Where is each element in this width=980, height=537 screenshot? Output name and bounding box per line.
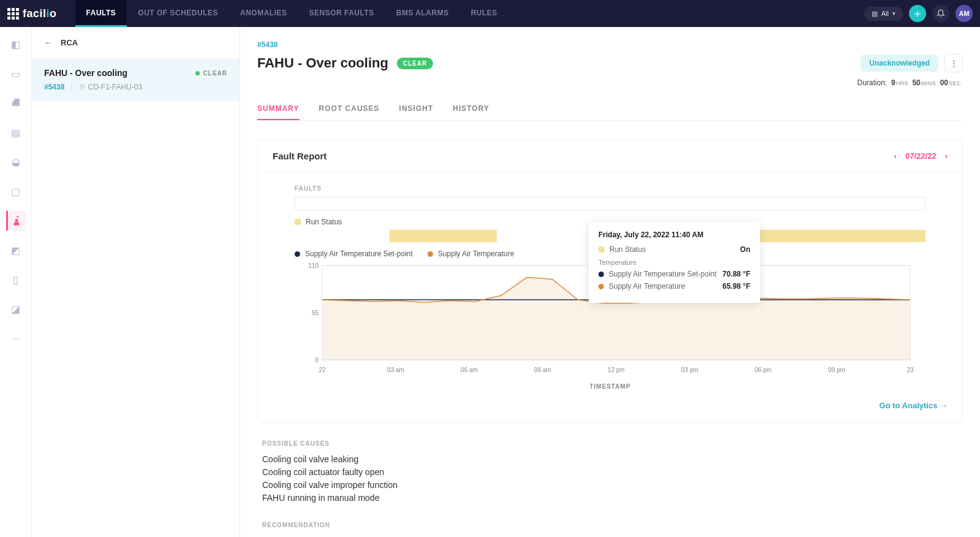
location-icon — [79, 84, 86, 91]
add-button[interactable]: ＋ — [909, 5, 926, 22]
sidenav-item-8[interactable]: ◩ — [6, 240, 26, 260]
faults-section-label: FAULTS — [295, 185, 925, 192]
legend-run-status: Run Status — [295, 218, 342, 226]
go-to-analytics-link[interactable]: Go to Analytics → — [880, 401, 948, 410]
svg-point-1 — [81, 85, 83, 86]
side-nav: ◧ ▭ ⛘ ▤ ◒ ▢ ◩ ▯ ◪ ⋯ — [0, 27, 32, 537]
chevron-down-icon: ▾ — [892, 10, 895, 17]
svg-text:09 pm: 09 pm — [828, 367, 845, 373]
chart-tooltip: Friday, July 22, 2022 11:40 AM Run Statu… — [589, 222, 760, 303]
duration: Duration: 9HRS 50MINS 00SEC — [257, 78, 963, 87]
date-navigator: ‹ 07/22/22 › — [894, 151, 948, 161]
site-filter-label: All — [881, 10, 889, 17]
sidenav-item-alarms[interactable] — [6, 211, 26, 230]
alarm-icon — [11, 215, 22, 226]
status-badge: CLEAR — [397, 58, 433, 69]
ack-badge[interactable]: Unacknowledged — [861, 55, 938, 72]
possible-causes: POSSIBLE CAUSES Cooling coil valve leaki… — [257, 440, 963, 505]
detail-panel: #5438 FAHU - Over cooling CLEAR Unacknow… — [240, 27, 980, 537]
fault-item-location[interactable]: CD-F1-FAHU-03 — [79, 83, 143, 91]
fault-list-item[interactable]: FAHU - Over cooling CLEAR #5438 | CD-F1-… — [32, 58, 239, 101]
bell-icon — [937, 9, 945, 18]
sidenav-item-10[interactable]: ◪ — [6, 299, 26, 319]
tab-bms-alarms[interactable]: BMS ALARMS — [385, 0, 460, 27]
prev-date-button[interactable]: ‹ — [894, 151, 897, 161]
svg-text:03 am: 03 am — [387, 367, 404, 373]
tab-faults[interactable]: FAULTS — [75, 0, 127, 27]
svg-text:12 pm: 12 pm — [608, 367, 625, 373]
brand-logo[interactable]: facilio — [7, 7, 69, 20]
svg-text:09 am: 09 am — [534, 367, 551, 373]
tab-anomalies[interactable]: ANOMALIES — [229, 0, 298, 27]
circle-icon — [295, 251, 300, 257]
fault-item-status: CLEAR — [195, 70, 227, 77]
tooltip-title: Friday, July 22, 2022 11:40 AM — [598, 230, 750, 239]
circle-icon — [598, 272, 604, 277]
square-icon — [598, 246, 605, 253]
recommendation: RECOMMENDATION Check for proper function… — [257, 522, 963, 537]
detail-id[interactable]: #5438 — [257, 40, 963, 49]
card-title: Fault Report — [273, 151, 326, 161]
circle-icon — [598, 284, 604, 289]
sidenav-item-4[interactable]: ▤ — [6, 123, 26, 142]
notifications-button[interactable] — [932, 5, 949, 22]
site-filter[interactable]: ▥ All ▾ — [864, 7, 903, 21]
apps-icon — [7, 8, 19, 20]
more-menu-button[interactable]: ⋮ — [944, 54, 963, 72]
svg-point-0 — [15, 219, 18, 222]
svg-text:03 pm: 03 pm — [681, 367, 698, 373]
fault-item-id[interactable]: #5438 — [44, 83, 64, 91]
svg-text:55: 55 — [312, 310, 319, 316]
legend-supply-temp: Supply Air Temperature — [428, 249, 514, 258]
tab-sensor-faults[interactable]: SENSOR FAULTS — [298, 0, 385, 27]
sidenav-item-6[interactable]: ▢ — [6, 181, 26, 201]
tab-insight[interactable]: INSIGHT — [399, 98, 434, 120]
fault-list-panel: ← RCA FAHU - Over cooling CLEAR #5438 | … — [32, 27, 240, 537]
svg-text:06 am: 06 am — [461, 367, 478, 373]
sidenav-item-more[interactable]: ⋯ — [6, 329, 26, 348]
circle-icon — [428, 251, 433, 257]
x-axis-label: TIMESTAMP — [295, 383, 925, 390]
svg-text:23: 23 — [907, 367, 914, 373]
sidenav-item-5[interactable]: ◒ — [6, 152, 26, 172]
sidenav-item-9[interactable]: ▯ — [6, 270, 26, 289]
svg-text:0: 0 — [315, 357, 318, 364]
breadcrumb: RCA — [61, 38, 78, 47]
sidenav-item-3[interactable]: ⛘ — [6, 93, 26, 113]
svg-text:110: 110 — [308, 262, 318, 269]
chart-area: FAULTS Run Status Supply Air Temperature… — [258, 173, 962, 396]
tab-history[interactable]: HISTORY — [453, 98, 489, 120]
legend-setpoint: Supply Air Temperature Set-point — [295, 249, 413, 258]
brand-name: facilio — [23, 7, 57, 20]
top-nav: facilio FAULTS OUT OF SCHEDULES ANOMALIE… — [0, 0, 980, 27]
user-avatar[interactable]: AM — [956, 5, 973, 22]
tab-summary[interactable]: SUMMARY — [257, 98, 300, 120]
svg-text:06 pm: 06 pm — [755, 367, 772, 373]
tab-root-causes[interactable]: ROOT CAUSES — [319, 98, 380, 120]
detail-tabs: SUMMARY ROOT CAUSES INSIGHT HISTORY — [257, 98, 963, 121]
svg-text:22: 22 — [318, 367, 326, 373]
status-dot-icon — [195, 71, 200, 75]
sidenav-item-1[interactable]: ◧ — [6, 34, 26, 54]
current-date[interactable]: 07/22/22 — [905, 151, 937, 161]
faults-bar — [295, 197, 925, 210]
back-button[interactable]: ← — [44, 38, 52, 47]
tab-out-of-schedules[interactable]: OUT OF SCHEDULES — [127, 0, 229, 27]
primary-tabs: FAULTS OUT OF SCHEDULES ANOMALIES SENSOR… — [75, 0, 508, 27]
fault-item-title: FAHU - Over cooling — [44, 68, 127, 78]
sidenav-item-2[interactable]: ▭ — [6, 64, 26, 83]
square-icon — [295, 219, 301, 225]
next-date-button[interactable]: › — [945, 151, 948, 161]
page-title: FAHU - Over cooling — [257, 55, 388, 71]
building-icon: ▥ — [872, 10, 878, 18]
tab-rules[interactable]: RULES — [460, 0, 508, 27]
fault-report-card: Fault Report ‹ 07/22/22 › FAULTS Run Sta… — [257, 139, 963, 423]
